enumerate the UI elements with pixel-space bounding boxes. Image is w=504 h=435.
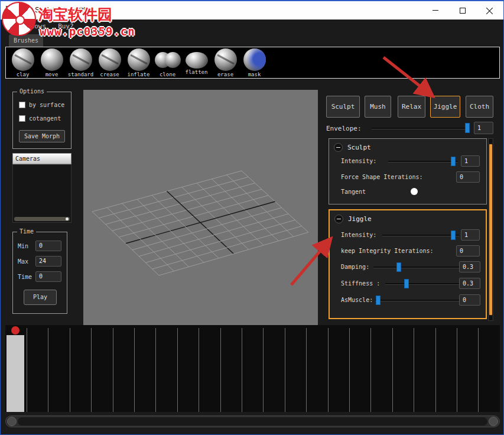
checkbox-cotangent[interactable]: cotangent: [19, 115, 61, 122]
options-group: Options by surface cotangent Save Morph: [12, 92, 71, 149]
close-icon: [486, 7, 493, 14]
envelope-value[interactable]: 1: [474, 122, 493, 134]
sculpt-section-header: Sculpt: [334, 143, 371, 152]
save-morph-button[interactable]: Save Morph: [19, 130, 65, 142]
time-title: Time: [17, 228, 36, 235]
stiffness-track[interactable]: [385, 283, 459, 285]
time-field[interactable]: 0: [35, 271, 61, 282]
timeline[interactable]: [5, 325, 500, 412]
brush-erase[interactable]: erase: [211, 48, 240, 78]
brush-clone[interactable]: clone: [153, 48, 182, 78]
keep-integrity-iterations-value[interactable]: 0: [456, 245, 480, 257]
brush-inflate[interactable]: inflate: [124, 48, 153, 78]
time-row-min: Min 0: [18, 241, 61, 251]
damping-handle[interactable]: [396, 262, 401, 272]
relax-mode-button[interactable]: Relax: [398, 96, 425, 118]
window-title: Shot Sculpt 1.0: untitled: [18, 6, 93, 14]
mask-brush-icon: [243, 48, 266, 71]
cotangent-checkbox-icon[interactable]: [19, 115, 25, 122]
damping-track[interactable]: [373, 267, 459, 268]
erase-brush-icon: [214, 48, 237, 71]
asmuscle-handle[interactable]: [376, 296, 381, 305]
mush-mode-button[interactable]: Mush: [365, 96, 391, 118]
jiggle-section-header: Jiggle: [334, 215, 372, 223]
range-right-knob[interactable]: [489, 417, 498, 426]
by-surface-checkbox-icon[interactable]: [19, 102, 25, 108]
clay-brush-icon: [12, 48, 34, 71]
sculpt-section: Sculpt Intensity: 1 Force Shape Iteratio…: [329, 138, 487, 204]
envelope-slider-track[interactable]: [372, 128, 470, 129]
panel-scrollbar[interactable]: [488, 138, 493, 321]
tangent-toggle[interactable]: [411, 188, 418, 195]
clone-brush-icon: [155, 48, 181, 71]
checkbox-by-surface[interactable]: by surface: [19, 102, 64, 108]
play-button[interactable]: Play: [24, 290, 57, 305]
asmuscle-track[interactable]: [375, 300, 459, 301]
cameras-scrollbar-thumb[interactable]: [66, 218, 69, 220]
jiggle-intensity-value[interactable]: 1: [461, 229, 480, 241]
app-icon: [6, 6, 14, 14]
time-group: Time Min 0 Max 24 Time 0 Play: [12, 232, 67, 314]
crease-brush-icon: [99, 48, 121, 71]
brush-crease[interactable]: crease: [95, 48, 124, 78]
maximize-button[interactable]: [449, 1, 476, 20]
brush-clay[interactable]: clay: [8, 48, 37, 78]
panel-scrollbar-thumb[interactable]: [489, 144, 492, 315]
damping-label: Damping:: [341, 264, 369, 270]
envelope-slider-handle[interactable]: [465, 123, 470, 133]
timeline-current-frame-column[interactable]: [6, 335, 24, 412]
force-shape-iterations-label: Force Shape Iterations:: [341, 174, 422, 180]
jiggle-intensity-handle[interactable]: [451, 231, 456, 240]
options-title: Options: [17, 88, 47, 95]
menu-bar: ndows Buy?: [27, 22, 74, 30]
brush-flatten[interactable]: flatten: [182, 48, 211, 78]
jiggle-section: Jiggle Intensity: 1 keep Integrity Itera…: [329, 209, 487, 319]
sculpt-intensity-label: Intensity:: [341, 158, 376, 164]
tab-brushes[interactable]: Brushes: [9, 34, 43, 47]
scroll-down-button[interactable]: [489, 316, 492, 320]
standard-brush-icon: [70, 48, 92, 71]
damping-value[interactable]: 0.3: [459, 261, 480, 272]
timeline-range-track[interactable]: [18, 417, 487, 426]
menu-item-windows[interactable]: ndows: [27, 22, 46, 30]
scroll-up-button[interactable]: [489, 139, 492, 143]
range-left-knob[interactable]: [7, 417, 17, 426]
sculpt-intensity-value[interactable]: 1: [461, 155, 480, 167]
collapse-icon[interactable]: [334, 215, 343, 223]
force-shape-iterations-value[interactable]: 0: [456, 171, 480, 183]
maximize-icon: [460, 8, 466, 14]
asmuscle-value[interactable]: 0: [459, 294, 480, 306]
asmuscle-label: AsMuscle:: [341, 297, 373, 303]
brush-move[interactable]: move: [37, 48, 66, 78]
menu-item-buy[interactable]: Buy?: [58, 22, 74, 30]
keep-integrity-iterations-label: keep Integrity Iterations:: [341, 248, 434, 254]
brush-toolbar: clay move standard crease inflate clone …: [5, 47, 500, 79]
max-field[interactable]: 24: [35, 256, 61, 267]
cameras-list[interactable]: [12, 164, 71, 223]
collapse-icon[interactable]: [334, 143, 343, 152]
tangent-label: Tangent: [341, 189, 366, 195]
playhead-marker[interactable]: [11, 326, 19, 335]
minimize-button[interactable]: [422, 1, 449, 20]
brush-standard[interactable]: standard: [66, 48, 95, 78]
sculpt-mode-button[interactable]: Sculpt: [326, 96, 360, 118]
cloth-mode-button[interactable]: Cloth: [466, 96, 493, 118]
brush-mask[interactable]: mask: [240, 48, 269, 78]
sculpt-intensity-handle[interactable]: [451, 157, 456, 166]
sculpt-section-title: Sculpt: [347, 144, 371, 151]
min-field[interactable]: 0: [35, 241, 61, 251]
jiggle-intensity-track[interactable]: [382, 235, 459, 236]
stiffness-handle[interactable]: [404, 279, 409, 288]
cameras-scrollbar[interactable]: [14, 217, 70, 221]
jiggle-mode-button[interactable]: Jiggle: [430, 96, 460, 118]
flatten-brush-icon: [186, 52, 208, 69]
minimize-icon: [433, 10, 438, 11]
cameras-header[interactable]: Cameras: [12, 153, 71, 164]
sculpt-intensity-track[interactable]: [388, 161, 458, 163]
close-button[interactable]: [476, 1, 503, 20]
stiffness-value[interactable]: 0.3: [459, 278, 480, 289]
time-row-max: Max 24: [18, 256, 61, 267]
timeline-range-scrollbar[interactable]: [5, 415, 500, 427]
viewport-3d[interactable]: [83, 90, 318, 325]
move-brush-icon: [41, 48, 63, 71]
